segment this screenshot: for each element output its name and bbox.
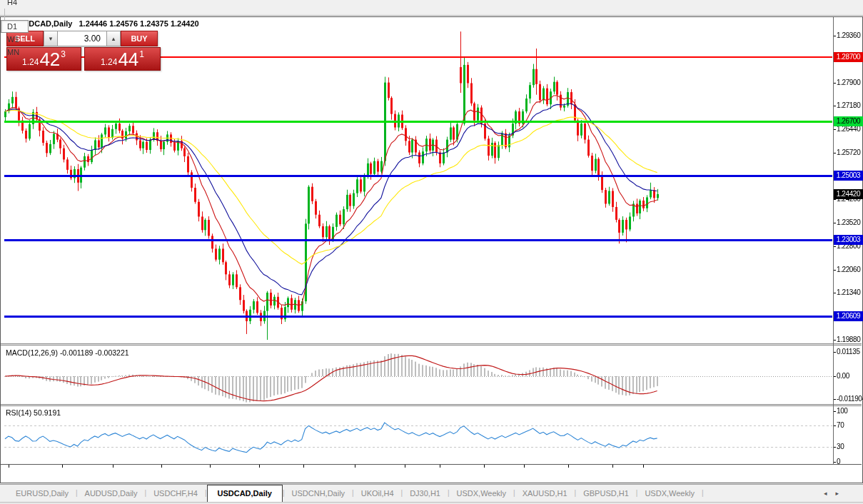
triangle-down-icon: ▾ <box>49 35 53 42</box>
chart-tab-USDX-Weekly[interactable]: USDX,Weekly <box>637 486 701 501</box>
rsi-indicator-label: RSI(14) 50.9191 <box>6 408 61 417</box>
chart-tabs-bar: EURUSD,Daily|AUDUSD,Daily|USDCHF,H4|USDC… <box>0 484 863 501</box>
buy-price-point: 1 <box>139 49 144 59</box>
timeframe-button-row: 5M30H1H4D1W1MN <box>0 0 29 59</box>
tab-separator: | <box>702 489 704 497</box>
buy-button[interactable]: BUY <box>121 31 158 46</box>
volume-decrease-button[interactable]: ▾ <box>44 31 58 46</box>
chart-tab-GBPUSD-H1[interactable]: GBPUSD,H1 <box>576 486 636 501</box>
volume-input[interactable]: 3.00 <box>58 31 106 46</box>
sell-price-prefix: 1.24 <box>22 57 39 67</box>
chart-tabs: EURUSD,Daily|AUDUSD,Daily|USDCHF,H4|USDC… <box>0 484 704 501</box>
chart-tab-XAUUSD-H1[interactable]: XAUUSD,H1 <box>515 486 575 501</box>
sell-price-point: 3 <box>61 49 66 59</box>
chart-tab-UKOil-H4[interactable]: UKOil,H4 <box>354 486 401 501</box>
chart-tab-USDX-Weekly[interactable]: USDX,Weekly <box>450 486 513 501</box>
tab-scroll-left-icon[interactable]: ◂ <box>824 490 836 497</box>
date-axis-separator <box>1 464 862 465</box>
application-window: 5M30H1H4D1W1MN ▲ USDCAD,Daily 1.24446 1.… <box>0 0 863 504</box>
chart-tab-EURUSD-Daily[interactable]: EURUSD,Daily <box>9 486 76 501</box>
chart-ohlc-values: 1.24446 1.24576 1.24375 1.24420 <box>79 19 198 28</box>
timeframe-toolbar: 5M30H1H4D1W1MN <box>0 0 863 16</box>
triangle-up-icon: ▴ <box>112 35 116 42</box>
toolbar-separator <box>4 9 5 20</box>
rsi-panel-splitter[interactable] <box>1 404 862 406</box>
timeframe-button-MN[interactable]: MN <box>1 46 29 59</box>
candlestick-chart-canvas[interactable] <box>0 0 863 504</box>
buy-price-pips: 44 <box>118 49 138 70</box>
macd-indicator-label: MACD(12,26,9) -0.001189 -0.003221 <box>6 348 129 357</box>
chart-tab-USDCAD-Daily[interactable]: USDCAD,Daily <box>207 485 283 502</box>
timeframe-button-H4[interactable]: H4 <box>1 0 29 9</box>
chart-tab-USDCHF-H4[interactable]: USDCHF,H4 <box>146 486 205 501</box>
tab-scroll-right-icon[interactable]: ▸ <box>835 490 847 497</box>
chart-tab-AUDUSD-Daily[interactable]: AUDUSD,Daily <box>78 486 145 501</box>
sell-price-pips: 42 <box>39 49 60 70</box>
chart-title: ▲ USDCAD,Daily 1.24446 1.24576 1.24375 1… <box>7 19 199 28</box>
buy-price-display[interactable]: 1.24 44 1 <box>84 47 161 71</box>
chart-tab-DJ30-H1[interactable]: DJ30,H1 <box>403 486 448 501</box>
price-axis-separator <box>833 17 834 465</box>
macd-panel-splitter[interactable] <box>1 343 862 346</box>
buy-price-prefix: 1.24 <box>101 57 117 67</box>
timeframe-button-D1[interactable]: D1 <box>1 20 29 33</box>
volume-increase-button[interactable]: ▴ <box>106 31 121 46</box>
chart-tab-USDCNH-Daily[interactable]: USDCNH,Daily <box>285 486 353 501</box>
timeframe-button-W1[interactable]: W1 <box>1 33 29 46</box>
